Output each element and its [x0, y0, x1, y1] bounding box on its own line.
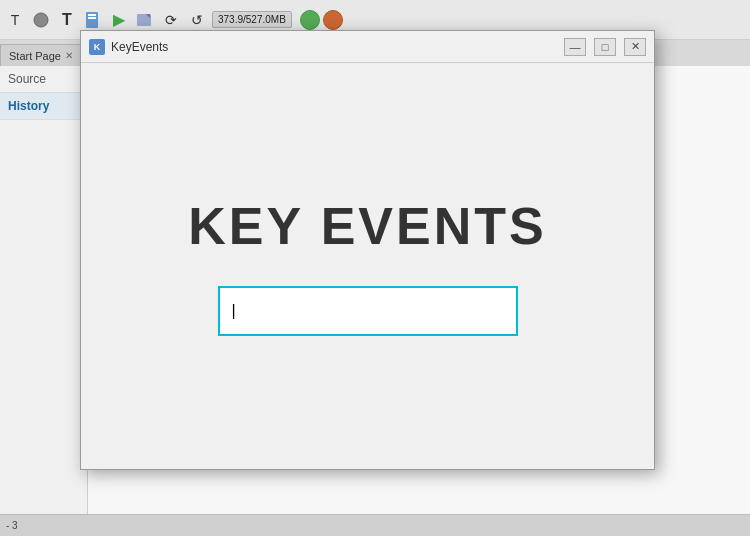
tab-label: Start Page — [9, 50, 61, 62]
toolbar-icon-2[interactable] — [30, 9, 52, 31]
tab-close-start[interactable]: ✕ — [65, 50, 73, 61]
toolbar-icon-T[interactable]: T — [56, 9, 78, 31]
svg-point-0 — [34, 13, 48, 27]
toolbar-icon-file[interactable] — [82, 9, 104, 31]
toolbar-circle-orange — [323, 10, 343, 30]
dialog-minimize-button[interactable]: — — [564, 38, 586, 56]
toolbar-icon-1[interactable]: T — [4, 9, 26, 31]
dialog-overlay: K KeyEvents — □ ✕ KEY EVENTS — [80, 30, 655, 470]
key-events-input[interactable] — [218, 286, 518, 336]
svg-rect-2 — [88, 14, 96, 16]
key-events-heading: KEY EVENTS — [188, 196, 546, 256]
dialog-window: K KeyEvents — □ ✕ KEY EVENTS — [80, 30, 655, 470]
side-panel: Source History — [0, 66, 88, 536]
side-tab-history[interactable]: History — [0, 93, 87, 120]
toolbar-run-icon[interactable]: ▶ — [108, 9, 130, 31]
toolbar-build-icon[interactable] — [134, 9, 156, 31]
side-tab-source-label: Source — [8, 72, 46, 86]
dialog-title: KeyEvents — [111, 40, 556, 54]
toolbar-circle-green — [300, 10, 320, 30]
toolbar-coordinates: 373.9/527.0MB — [212, 11, 292, 28]
toolbar-back-icon[interactable]: ↺ — [186, 9, 208, 31]
status-bar: - 3 — [0, 514, 750, 536]
svg-rect-3 — [88, 17, 96, 19]
status-text: - 3 — [6, 520, 18, 531]
dialog-titlebar: K KeyEvents — □ ✕ — [81, 31, 654, 63]
side-tab-history-label: History — [8, 99, 49, 113]
tab-start-page[interactable]: Start Page ✕ — [0, 44, 82, 66]
side-tab-source[interactable]: Source — [0, 66, 87, 93]
dialog-content: KEY EVENTS — [81, 63, 654, 469]
dialog-maximize-button[interactable]: □ — [594, 38, 616, 56]
dialog-app-icon: K — [89, 39, 105, 55]
dialog-close-button[interactable]: ✕ — [624, 38, 646, 56]
toolbar-refresh-icon[interactable]: ⟳ — [160, 9, 182, 31]
